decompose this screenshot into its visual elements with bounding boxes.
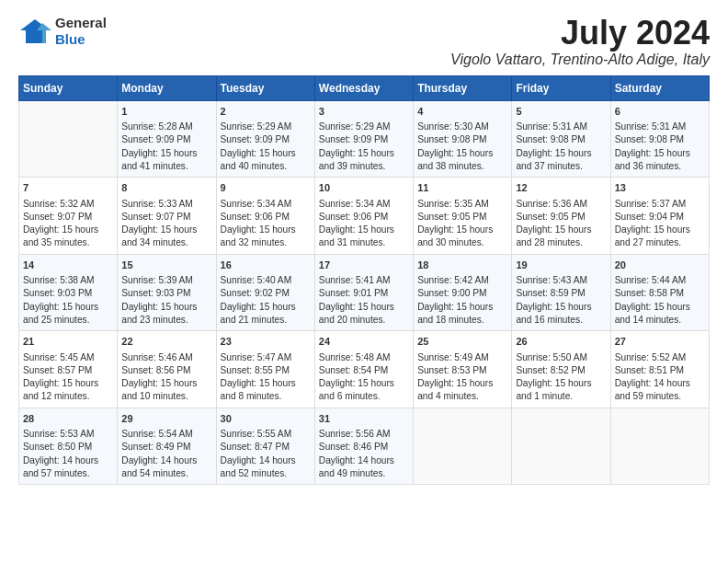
header-row: Sunday Monday Tuesday Wednesday Thursday… — [19, 75, 710, 100]
calendar-header: Sunday Monday Tuesday Wednesday Thursday… — [19, 75, 710, 100]
day-number: 23 — [221, 335, 311, 349]
day-number: 16 — [221, 259, 311, 272]
day-number: 1 — [121, 105, 211, 119]
page-header: General Blue July 2024 Vigolo Vattaro, T… — [18, 15, 710, 68]
day-number: 22 — [121, 335, 211, 349]
day-number: 17 — [319, 259, 409, 272]
calendar-cell — [610, 408, 709, 485]
calendar-cell: 22Sunrise: 5:46 AMSunset: 8:56 PMDayligh… — [118, 331, 216, 408]
day-number: 21 — [23, 335, 113, 349]
col-sunday: Sunday — [19, 75, 118, 100]
day-number: 8 — [121, 181, 211, 195]
day-number: 13 — [615, 181, 705, 195]
day-number: 19 — [516, 259, 606, 272]
calendar-cell: 31Sunrise: 5:56 AMSunset: 8:46 PMDayligh… — [314, 408, 413, 485]
calendar-cell: 20Sunrise: 5:44 AMSunset: 8:58 PMDayligh… — [610, 254, 709, 331]
day-number: 2 — [221, 105, 311, 119]
logo-icon — [18, 17, 51, 45]
calendar-cell: 2Sunrise: 5:29 AMSunset: 9:09 PMDaylight… — [216, 100, 314, 178]
calendar-cell: 23Sunrise: 5:47 AMSunset: 8:55 PMDayligh… — [216, 331, 314, 408]
calendar-week-row: 7Sunrise: 5:32 AMSunset: 9:07 PMDaylight… — [19, 178, 710, 255]
calendar-cell: 18Sunrise: 5:42 AMSunset: 9:00 PMDayligh… — [414, 254, 512, 331]
calendar-cell: 14Sunrise: 5:38 AMSunset: 9:03 PMDayligh… — [19, 254, 118, 331]
location-title: Vigolo Vattaro, Trentino-Alto Adige, Ita… — [450, 52, 710, 68]
col-thursday: Thursday — [414, 75, 512, 100]
calendar-cell: 8Sunrise: 5:33 AMSunset: 9:07 PMDaylight… — [118, 178, 216, 255]
calendar-cell: 29Sunrise: 5:54 AMSunset: 8:49 PMDayligh… — [118, 408, 216, 485]
calendar-cell: 15Sunrise: 5:39 AMSunset: 9:03 PMDayligh… — [118, 254, 216, 331]
calendar-cell: 9Sunrise: 5:34 AMSunset: 9:06 PMDaylight… — [216, 178, 314, 255]
calendar-table: Sunday Monday Tuesday Wednesday Thursday… — [18, 75, 710, 486]
col-friday: Friday — [512, 75, 610, 100]
col-saturday: Saturday — [610, 75, 709, 100]
day-number: 18 — [417, 259, 507, 272]
day-number: 11 — [417, 181, 507, 195]
calendar-cell: 26Sunrise: 5:50 AMSunset: 8:52 PMDayligh… — [512, 331, 610, 408]
day-number: 25 — [417, 335, 507, 349]
calendar-cell — [512, 408, 610, 485]
calendar-cell: 30Sunrise: 5:55 AMSunset: 8:47 PMDayligh… — [216, 408, 314, 485]
day-number: 10 — [319, 181, 409, 195]
calendar-cell: 5Sunrise: 5:31 AMSunset: 9:08 PMDaylight… — [512, 100, 610, 178]
calendar-cell: 21Sunrise: 5:45 AMSunset: 8:57 PMDayligh… — [19, 331, 118, 408]
logo-text: General Blue — [55, 15, 107, 48]
calendar-cell: 12Sunrise: 5:36 AMSunset: 9:05 PMDayligh… — [512, 178, 610, 255]
calendar-week-row: 28Sunrise: 5:53 AMSunset: 8:50 PMDayligh… — [19, 408, 710, 485]
month-title: July 2024 — [450, 15, 710, 52]
day-number: 3 — [319, 105, 409, 119]
calendar-cell: 3Sunrise: 5:29 AMSunset: 9:09 PMDaylight… — [314, 100, 413, 178]
day-number: 30 — [221, 412, 311, 426]
calendar-week-row: 14Sunrise: 5:38 AMSunset: 9:03 PMDayligh… — [19, 254, 710, 331]
calendar-cell: 6Sunrise: 5:31 AMSunset: 9:08 PMDaylight… — [610, 100, 709, 178]
day-number: 15 — [121, 259, 211, 272]
calendar-cell: 28Sunrise: 5:53 AMSunset: 8:50 PMDayligh… — [19, 408, 118, 485]
calendar-body: 1Sunrise: 5:28 AMSunset: 9:09 PMDaylight… — [19, 100, 710, 485]
day-number: 26 — [516, 335, 606, 349]
day-number: 31 — [319, 412, 409, 426]
calendar-cell: 27Sunrise: 5:52 AMSunset: 8:51 PMDayligh… — [610, 331, 709, 408]
calendar-cell: 25Sunrise: 5:49 AMSunset: 8:53 PMDayligh… — [414, 331, 512, 408]
day-number: 6 — [615, 105, 705, 119]
calendar-cell: 1Sunrise: 5:28 AMSunset: 9:09 PMDaylight… — [118, 100, 216, 178]
col-monday: Monday — [118, 75, 216, 100]
col-wednesday: Wednesday — [314, 75, 413, 100]
day-number: 14 — [23, 259, 113, 272]
calendar-cell — [19, 100, 118, 178]
calendar-cell: 13Sunrise: 5:37 AMSunset: 9:04 PMDayligh… — [610, 178, 709, 255]
calendar-cell: 16Sunrise: 5:40 AMSunset: 9:02 PMDayligh… — [216, 254, 314, 331]
logo: General Blue — [18, 15, 107, 48]
col-tuesday: Tuesday — [216, 75, 314, 100]
day-number: 5 — [516, 105, 606, 119]
calendar-week-row: 1Sunrise: 5:28 AMSunset: 9:09 PMDaylight… — [19, 100, 710, 178]
day-number: 20 — [615, 259, 705, 272]
day-number: 28 — [23, 412, 113, 426]
day-number: 12 — [516, 181, 606, 195]
calendar-cell: 4Sunrise: 5:30 AMSunset: 9:08 PMDaylight… — [414, 100, 512, 178]
calendar-cell: 11Sunrise: 5:35 AMSunset: 9:05 PMDayligh… — [414, 178, 512, 255]
day-number: 24 — [319, 335, 409, 349]
calendar-cell: 17Sunrise: 5:41 AMSunset: 9:01 PMDayligh… — [314, 254, 413, 331]
day-number: 4 — [417, 105, 507, 119]
calendar-week-row: 21Sunrise: 5:45 AMSunset: 8:57 PMDayligh… — [19, 331, 710, 408]
day-number: 9 — [221, 181, 311, 195]
day-number: 7 — [23, 181, 113, 195]
title-block: July 2024 Vigolo Vattaro, Trentino-Alto … — [450, 15, 710, 68]
day-number: 27 — [615, 335, 705, 349]
day-number: 29 — [121, 412, 211, 426]
calendar-cell: 24Sunrise: 5:48 AMSunset: 8:54 PMDayligh… — [314, 331, 413, 408]
calendar-cell — [414, 408, 512, 485]
calendar-cell: 7Sunrise: 5:32 AMSunset: 9:07 PMDaylight… — [19, 178, 118, 255]
calendar-cell: 19Sunrise: 5:43 AMSunset: 8:59 PMDayligh… — [512, 254, 610, 331]
calendar-cell: 10Sunrise: 5:34 AMSunset: 9:06 PMDayligh… — [314, 178, 413, 255]
